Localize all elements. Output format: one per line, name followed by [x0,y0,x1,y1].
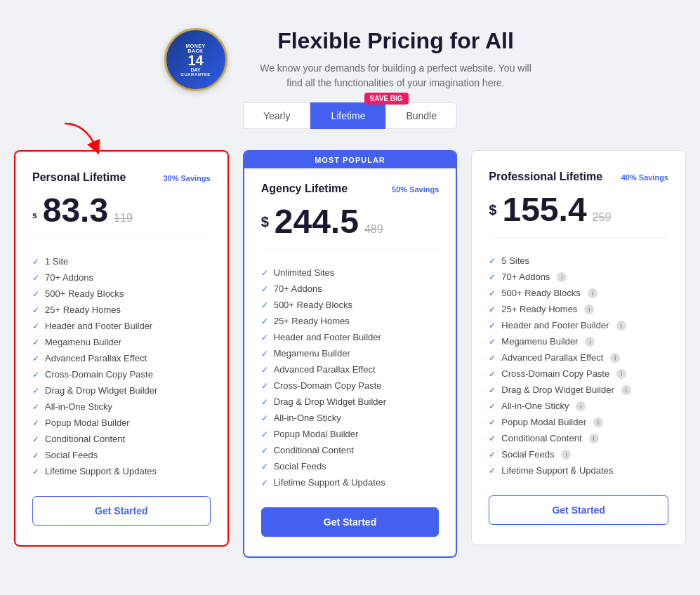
feature-item: ✓Header and Footer Builderi [489,317,668,333]
plan-name-personal: Personal Lifetime [32,171,126,184]
get-started-btn-professional[interactable]: Get Started [489,495,668,525]
check-icon: ✓ [32,418,39,428]
check-icon: ✓ [489,385,496,395]
check-icon: ✓ [261,478,268,488]
check-icon: ✓ [261,381,268,391]
check-icon: ✓ [32,434,39,444]
feature-item: ✓500+ Ready Blocksi [489,285,668,301]
feature-item: ✓Social Feeds [261,458,440,474]
check-icon: ✓ [489,256,496,266]
feature-item: ✓Drag & Drop Widget Builderi [489,382,668,398]
feature-item: ✓25+ Ready Homes [32,302,211,318]
feature-item: ✓500+ Ready Blocks [32,286,211,302]
tab-bundle[interactable]: Bundle [385,102,457,129]
info-icon: i [576,401,586,411]
check-icon: ✓ [261,349,268,359]
check-icon: ✓ [32,402,39,412]
badge-guarantee: GUARANTEE [180,72,211,76]
info-icon: i [616,321,626,330]
feature-item: ✓Advanced Parallax Effect [32,350,211,366]
feature-item: ✓Megamenu Builderi [489,333,668,349]
plan-name-professional: Professional Lifetime [489,171,602,183]
feature-item: ✓Popup Modal Builderi [489,414,668,430]
feature-item: ✓Cross-Domain Copy Paste [32,366,211,382]
feature-item: ✓Conditional Content [32,431,211,447]
price-symbol-agency: $ [261,214,269,230]
feature-item: ✓Unlimited Sites [261,265,440,281]
price-row-agency: $ 244.5 489 [261,205,440,250]
check-icon: ✓ [32,386,39,396]
savings-badge-personal: 30% Savings [163,174,210,182]
info-icon: i [616,369,626,379]
feature-item: ✓Header and Footer Builder [32,318,211,334]
feature-item: ✓All-in-One Sticky [261,410,440,426]
feature-item: ✓Popup Modal Builder [261,426,440,442]
arrow-indicator [58,116,114,159]
header-text-area: Flexible Pricing for All We know your de… [256,28,536,91]
check-icon: ✓ [32,321,39,331]
tab-yearly[interactable]: Yearly [243,102,310,129]
check-icon: ✓ [32,305,39,315]
feature-item: ✓Drag & Drop Widget Builder [32,382,211,399]
check-icon: ✓ [32,337,39,347]
info-icon: i [585,337,595,347]
check-icon: ✓ [489,305,496,314]
money-back-badge: MONEY BACK 14 DAY GUARANTEE [164,28,227,91]
badge-money: MONEY [185,44,205,48]
feature-item: ✓25+ Ready Homesi [489,301,668,317]
info-icon: i [588,288,597,298]
price-old-professional: 259 [593,211,612,224]
check-icon: ✓ [489,369,496,379]
badge-day-label: DAY [190,67,200,72]
check-icon: ✓ [489,353,496,363]
feature-item: ✓Megamenu Builder [32,334,211,350]
features-list-professional: ✓5 Sites ✓70+ Addonsi ✓500+ Ready Blocks… [489,253,668,479]
info-icon: i [593,417,603,427]
check-icon: ✓ [489,417,496,427]
get-started-btn-agency[interactable]: Get Started [261,507,440,537]
price-main-professional: 155.4 [502,193,586,227]
check-icon: ✓ [261,397,268,407]
get-started-btn-personal[interactable]: Get Started [32,496,211,526]
money-back-badge-area: MONEY BACK 14 DAY GUARANTEE [164,28,227,91]
price-old-personal: 119 [114,212,133,225]
tab-lifetime[interactable]: Lifetime [310,102,385,129]
features-list-agency: ✓Unlimited Sites ✓70+ Addons ✓500+ Ready… [261,265,440,490]
check-icon: ✓ [261,300,268,310]
feature-item: ✓Drag & Drop Widget Builder [261,394,440,410]
check-icon: ✓ [261,413,268,423]
feature-item: ✓Cross-Domain Copy Pastei [489,366,668,382]
check-icon: ✓ [261,446,268,455]
price-main-personal: 83.3 [43,194,108,227]
features-list-personal: ✓1 Site ✓70+ Addons ✓500+ Ready Blocks ✓… [32,253,211,479]
feature-item: ✓Social Feeds [32,447,211,463]
check-icon: ✓ [489,272,496,282]
tabs-wrapper: SAVE BIG Yearly Lifetime Bundle [14,102,686,129]
check-icon: ✓ [261,365,268,375]
price-symbol-professional: $ [489,202,496,218]
feature-item: ✓Popup Modal Builder [32,415,211,431]
plans-grid: Personal Lifetime 30% Savings s 83.3 119… [14,150,686,558]
feature-item: ✓5 Sites [489,253,668,269]
check-icon: ✓ [261,284,268,294]
page-container: MONEY BACK 14 DAY GUARANTEE Flexible Pri… [14,28,686,558]
savings-badge-agency: 50% Savings [392,185,439,194]
feature-item: ✓All-in-One Sticky [32,399,211,415]
feature-item: ✓Advanced Parallax Effect [261,361,440,377]
feature-item: ✓All-in-One Stickyi [489,398,668,414]
feature-item: ✓1 Site [32,253,211,269]
save-big-badge: SAVE BIG [364,93,409,105]
feature-item: ✓70+ Addonsi [489,269,668,285]
check-icon: ✓ [32,370,39,380]
check-icon: ✓ [489,337,496,347]
check-icon: ✓ [489,321,496,330]
feature-item: ✓Lifetime Support & Updates [489,462,668,479]
price-old-agency: 489 [364,223,383,236]
price-row-professional: $ 155.4 259 [489,193,668,239]
check-icon: ✓ [489,401,496,411]
check-icon: ✓ [489,434,496,443]
badge-days: 14 [187,53,203,67]
info-icon: i [589,434,599,443]
feature-item: ✓25+ Ready Homes [261,313,440,329]
savings-badge-professional: 40% Savings [621,173,668,182]
